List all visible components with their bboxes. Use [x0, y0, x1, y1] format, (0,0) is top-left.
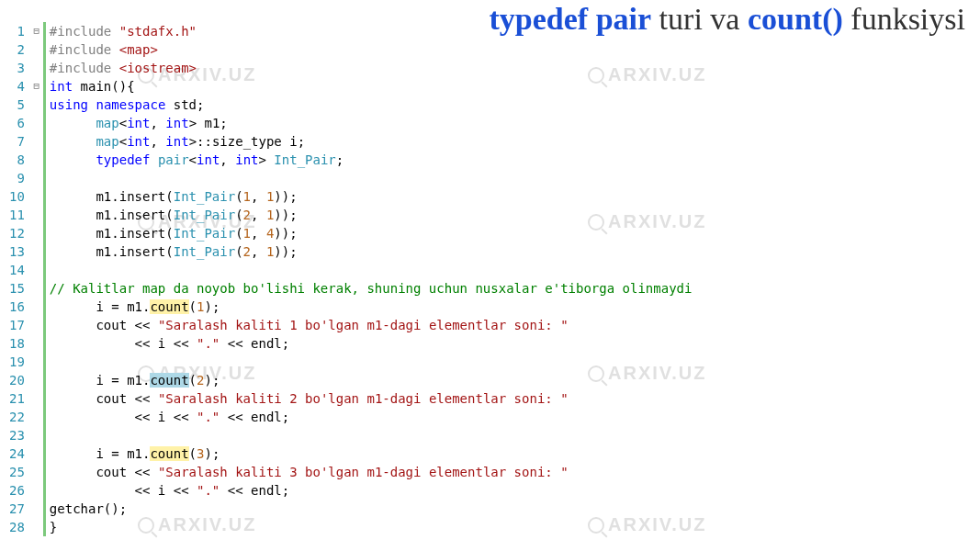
line-number: 8: [9, 151, 25, 169]
line-number: 26: [9, 481, 25, 500]
code-line: [50, 261, 693, 279]
fold-marker: [30, 298, 43, 316]
title-kw2: count(): [748, 2, 843, 36]
fold-marker: [30, 500, 43, 518]
fold-marker: ⊟: [30, 77, 43, 96]
code-line: m1.insert(Int_Pair(2, 1));: [50, 206, 693, 224]
line-number: 9: [9, 169, 25, 187]
code-line: map<int, int>::size_type i;: [50, 132, 693, 151]
code-line: cout << "Saralash kaliti 2 bo'lgan m1-da…: [50, 389, 693, 408]
fold-marker: [30, 279, 43, 298]
line-number: 11: [9, 206, 25, 224]
line-number: 22: [9, 408, 25, 426]
line-number-gutter: 1234567891011121314151617181920212223242…: [9, 22, 30, 536]
fold-marker: [30, 96, 43, 114]
line-number: 21: [9, 389, 25, 408]
line-number: 15: [9, 279, 25, 298]
line-number: 18: [9, 334, 25, 353]
fold-column: ⊟⊟: [30, 22, 43, 536]
code-line: << i << "." << endl;: [50, 334, 693, 353]
line-number: 6: [9, 114, 25, 132]
line-number: 27: [9, 500, 25, 518]
code-line: [50, 353, 693, 371]
line-number: 1: [9, 22, 25, 40]
code-line: << i << "." << endl;: [50, 408, 693, 426]
fold-marker: ⊟: [30, 22, 43, 40]
fold-marker: [30, 518, 43, 536]
code-line: i = m1.count(3);: [50, 444, 693, 463]
code-editor: 1234567891011121314151617181920212223242…: [9, 22, 692, 536]
code-line: typedef pair<int, int> Int_Pair;: [50, 151, 693, 169]
line-number: 10: [9, 187, 25, 206]
code-line: // Kalitlar map da noyob bo'lishi kerak,…: [50, 279, 693, 298]
code-content: #include "stdafx.h"#include <map>#includ…: [50, 22, 693, 536]
code-line: int main(){: [50, 77, 693, 96]
code-line: using namespace std;: [50, 96, 693, 114]
code-line: cout << "Saralash kaliti 1 bo'lgan m1-da…: [50, 316, 693, 334]
fold-marker: [30, 426, 43, 444]
line-number: 23: [9, 426, 25, 444]
fold-marker: [30, 316, 43, 334]
line-number: 17: [9, 316, 25, 334]
code-line: m1.insert(Int_Pair(1, 1));: [50, 187, 693, 206]
change-bar: [43, 22, 46, 536]
code-line: }: [50, 518, 693, 536]
fold-marker: [30, 481, 43, 500]
fold-marker: [30, 444, 43, 463]
line-number: 7: [9, 132, 25, 151]
code-line: #include <map>: [50, 40, 693, 59]
fold-marker: [30, 114, 43, 132]
fold-marker: [30, 242, 43, 261]
code-line: cout << "Saralash kaliti 3 bo'lgan m1-da…: [50, 463, 693, 481]
line-number: 5: [9, 96, 25, 114]
fold-marker: [30, 334, 43, 353]
fold-marker: [30, 187, 43, 206]
line-number: 3: [9, 59, 25, 77]
line-number: 24: [9, 444, 25, 463]
fold-marker: [30, 151, 43, 169]
fold-marker: [30, 206, 43, 224]
line-number: 2: [9, 40, 25, 59]
code-line: [50, 426, 693, 444]
line-number: 4: [9, 77, 25, 96]
code-line: #include "stdafx.h": [50, 22, 693, 40]
code-line: << i << "." << endl;: [50, 481, 693, 500]
fold-marker: [30, 132, 43, 151]
line-number: 14: [9, 261, 25, 279]
fold-marker: [30, 224, 43, 242]
code-line: getchar();: [50, 500, 693, 518]
fold-marker: [30, 59, 43, 77]
line-number: 20: [9, 371, 25, 389]
code-line: #include <iostream>: [50, 59, 693, 77]
line-number: 12: [9, 224, 25, 242]
fold-marker: [30, 389, 43, 408]
line-number: 25: [9, 463, 25, 481]
line-number: 13: [9, 242, 25, 261]
fold-marker: [30, 169, 43, 187]
code-line: m1.insert(Int_Pair(2, 1));: [50, 242, 693, 261]
line-number: 28: [9, 518, 25, 536]
fold-marker: [30, 408, 43, 426]
code-line: m1.insert(Int_Pair(1, 4));: [50, 224, 693, 242]
title-plain2: funksiysi: [843, 2, 965, 36]
fold-marker: [30, 353, 43, 371]
fold-marker: [30, 463, 43, 481]
line-number: 19: [9, 353, 25, 371]
code-line: i = m1.count(1);: [50, 298, 693, 316]
line-number: 16: [9, 298, 25, 316]
fold-marker: [30, 371, 43, 389]
fold-marker: [30, 40, 43, 59]
code-line: map<int, int> m1;: [50, 114, 693, 132]
code-line: i = m1.count(2);: [50, 371, 693, 389]
code-line: [50, 169, 693, 187]
fold-marker: [30, 261, 43, 279]
